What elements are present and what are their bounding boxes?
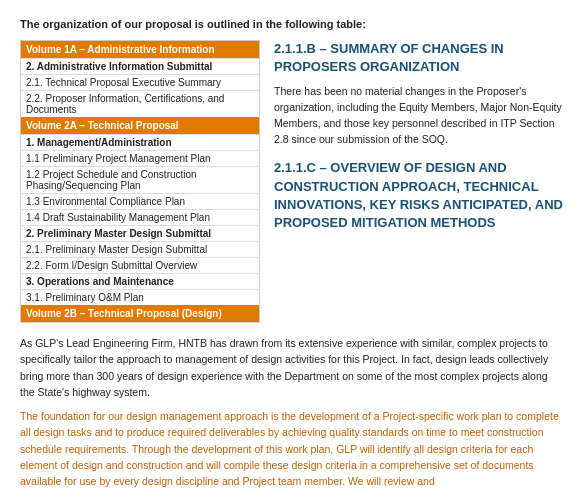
heading-2: 2.1.1.C – OVERVIEW OF DESIGN AND CONSTRU… xyxy=(274,159,565,232)
row-env: 1.3 Environmental Compliance Plan xyxy=(21,193,259,209)
two-column-layout: Volume 1A – Administrative Information 2… xyxy=(20,40,565,323)
vol2b-header: Volume 2B – Technical Proposal (Design) xyxy=(21,305,259,322)
row-form-i: 2.2. Form I/Design Submittal Overview xyxy=(21,257,259,273)
vol1a-header: Volume 1A – Administrative Information xyxy=(21,41,259,58)
row-master-design-sub: 2.1. Preliminary Master Design Submittal xyxy=(21,241,259,257)
row-tech-summary: 2.1. Technical Proposal Executive Summar… xyxy=(21,74,259,90)
row-proposer-info: 2.2. Proposer Information, Certification… xyxy=(21,90,259,117)
heading-1: 2.1.1.B – SUMMARY OF CHANGES IN PROPOSER… xyxy=(274,40,565,76)
vol2a-header: Volume 2A – Technical Proposal xyxy=(21,117,259,134)
row-om-plan: 3.1. Preliminary O&M Plan xyxy=(21,289,259,305)
proposal-table: Volume 1A – Administrative Information 2… xyxy=(20,40,260,323)
body-1: There has been no material changes in th… xyxy=(274,84,565,147)
row-sustain: 1.4 Draft Sustainability Management Plan xyxy=(21,209,259,225)
below-paragraph-1: As GLP's Lead Engineering Firm, HNTB has… xyxy=(20,335,565,400)
below-paragraph-2: The foundation for our design management… xyxy=(20,408,565,489)
intro-text: The organization of our proposal is outl… xyxy=(20,18,565,30)
right-column: 2.1.1.B – SUMMARY OF CHANGES IN PROPOSER… xyxy=(274,40,565,323)
left-column: Volume 1A – Administrative Information 2… xyxy=(20,40,260,323)
row-pmp: 1.1 Preliminary Project Management Plan xyxy=(21,150,259,166)
row-management: 1. Management/Administration xyxy=(21,134,259,150)
intro-bold: The organization of our proposal is outl… xyxy=(20,18,366,30)
row-master-design: 2. Preliminary Master Design Submittal xyxy=(21,225,259,241)
row-operations: 3. Operations and Maintenance xyxy=(21,273,259,289)
row-schedule: 1.2 Project Schedule and Construction Ph… xyxy=(21,166,259,193)
row-admin-submittal: 2. Administrative Information Submittal xyxy=(21,58,259,74)
